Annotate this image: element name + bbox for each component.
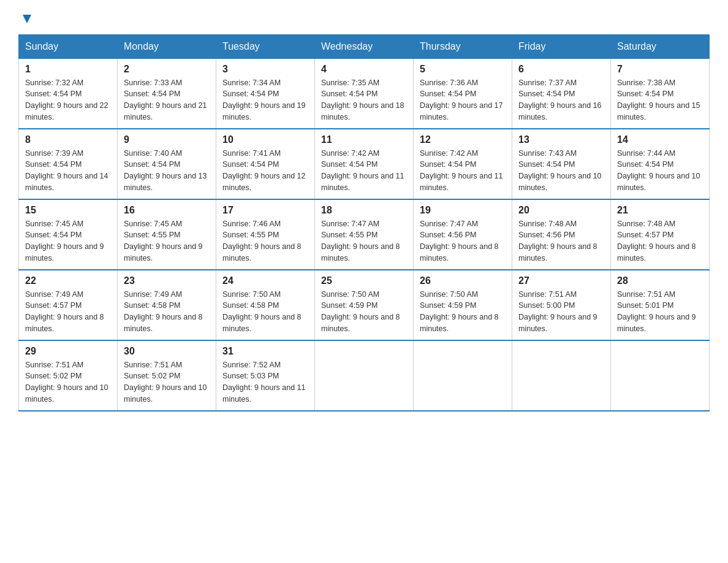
- svg-marker-0: [23, 15, 31, 23]
- day-number: 13: [518, 134, 604, 145]
- day-number: 30: [124, 346, 210, 357]
- day-number: 23: [124, 275, 210, 286]
- calendar-day-cell: 8Sunrise: 7:39 AMSunset: 4:54 PMDaylight…: [19, 129, 118, 199]
- day-number: 12: [420, 134, 506, 145]
- day-number: 2: [124, 64, 210, 75]
- calendar-day-cell: 20Sunrise: 7:48 AMSunset: 4:56 PMDayligh…: [512, 199, 611, 270]
- day-info: Sunrise: 7:47 AMSunset: 4:56 PMDaylight:…: [420, 218, 506, 264]
- day-info: Sunrise: 7:42 AMSunset: 4:54 PMDaylight:…: [321, 148, 407, 194]
- day-info: Sunrise: 7:51 AMSunset: 5:00 PMDaylight:…: [518, 289, 604, 335]
- calendar-week-row: 15Sunrise: 7:45 AMSunset: 4:54 PMDayligh…: [19, 199, 710, 270]
- calendar-day-cell: 17Sunrise: 7:46 AMSunset: 4:55 PMDayligh…: [216, 199, 315, 270]
- day-number: 24: [222, 275, 308, 286]
- day-number: 26: [420, 275, 506, 286]
- weekday-header-tuesday: Tuesday: [216, 34, 315, 58]
- calendar-day-cell: 2Sunrise: 7:33 AMSunset: 4:54 PMDaylight…: [118, 58, 216, 129]
- day-info: Sunrise: 7:44 AMSunset: 4:54 PMDaylight:…: [617, 148, 703, 194]
- day-info: Sunrise: 7:51 AMSunset: 5:02 PMDaylight:…: [25, 359, 111, 405]
- day-number: 19: [420, 205, 506, 216]
- calendar-day-cell: 3Sunrise: 7:34 AMSunset: 4:54 PMDaylight…: [216, 58, 315, 129]
- calendar-day-cell: 18Sunrise: 7:47 AMSunset: 4:55 PMDayligh…: [315, 199, 414, 270]
- calendar-day-cell: 10Sunrise: 7:41 AMSunset: 4:54 PMDayligh…: [216, 129, 315, 199]
- calendar-day-cell: 9Sunrise: 7:40 AMSunset: 4:54 PMDaylight…: [118, 129, 216, 199]
- day-number: 9: [124, 134, 210, 145]
- calendar-day-cell: 4Sunrise: 7:35 AMSunset: 4:54 PMDaylight…: [315, 58, 414, 129]
- day-info: Sunrise: 7:35 AMSunset: 4:54 PMDaylight:…: [321, 77, 407, 123]
- calendar-day-cell: 24Sunrise: 7:50 AMSunset: 4:58 PMDayligh…: [216, 270, 315, 340]
- logo-triangle-icon: [20, 12, 34, 26]
- weekday-header-row: SundayMondayTuesdayWednesdayThursdayFrid…: [19, 34, 710, 58]
- day-number: 17: [222, 205, 308, 216]
- calendar-day-cell: 28Sunrise: 7:51 AMSunset: 5:01 PMDayligh…: [611, 270, 710, 340]
- calendar-day-cell: 12Sunrise: 7:42 AMSunset: 4:54 PMDayligh…: [414, 129, 512, 199]
- day-number: 28: [617, 275, 703, 286]
- weekday-header-sunday: Sunday: [19, 34, 118, 58]
- calendar-day-cell: 30Sunrise: 7:51 AMSunset: 5:02 PMDayligh…: [118, 340, 216, 411]
- day-info: Sunrise: 7:49 AMSunset: 4:57 PMDaylight:…: [25, 289, 111, 335]
- calendar-day-cell: [414, 340, 512, 411]
- calendar-table: SundayMondayTuesdayWednesdayThursdayFrid…: [18, 34, 710, 412]
- day-info: Sunrise: 7:49 AMSunset: 4:58 PMDaylight:…: [124, 289, 210, 335]
- day-info: Sunrise: 7:50 AMSunset: 4:59 PMDaylight:…: [321, 289, 407, 335]
- calendar-day-cell: 16Sunrise: 7:45 AMSunset: 4:55 PMDayligh…: [118, 199, 216, 270]
- day-number: 11: [321, 134, 407, 145]
- calendar-day-cell: 25Sunrise: 7:50 AMSunset: 4:59 PMDayligh…: [315, 270, 414, 340]
- calendar-day-cell: 19Sunrise: 7:47 AMSunset: 4:56 PMDayligh…: [414, 199, 512, 270]
- calendar-day-cell: 15Sunrise: 7:45 AMSunset: 4:54 PMDayligh…: [19, 199, 118, 270]
- day-number: 27: [518, 275, 604, 286]
- day-number: 5: [420, 64, 506, 75]
- day-info: Sunrise: 7:51 AMSunset: 5:02 PMDaylight:…: [124, 359, 210, 405]
- calendar-day-cell: 23Sunrise: 7:49 AMSunset: 4:58 PMDayligh…: [118, 270, 216, 340]
- calendar-day-cell: 26Sunrise: 7:50 AMSunset: 4:59 PMDayligh…: [414, 270, 512, 340]
- page-header: [18, 12, 710, 28]
- day-info: Sunrise: 7:40 AMSunset: 4:54 PMDaylight:…: [124, 148, 210, 194]
- day-info: Sunrise: 7:52 AMSunset: 5:03 PMDaylight:…: [222, 359, 308, 405]
- day-number: 10: [222, 134, 308, 145]
- calendar-week-row: 29Sunrise: 7:51 AMSunset: 5:02 PMDayligh…: [19, 340, 710, 411]
- day-number: 29: [25, 346, 111, 357]
- calendar-day-cell: 1Sunrise: 7:32 AMSunset: 4:54 PMDaylight…: [19, 58, 118, 129]
- day-info: Sunrise: 7:50 AMSunset: 4:58 PMDaylight:…: [222, 289, 308, 335]
- weekday-header-thursday: Thursday: [414, 34, 512, 58]
- day-info: Sunrise: 7:43 AMSunset: 4:54 PMDaylight:…: [518, 148, 604, 194]
- day-number: 3: [222, 64, 308, 75]
- day-info: Sunrise: 7:45 AMSunset: 4:54 PMDaylight:…: [25, 218, 111, 264]
- day-info: Sunrise: 7:36 AMSunset: 4:54 PMDaylight:…: [420, 77, 506, 123]
- weekday-header-saturday: Saturday: [611, 34, 710, 58]
- calendar-day-cell: 11Sunrise: 7:42 AMSunset: 4:54 PMDayligh…: [315, 129, 414, 199]
- day-info: Sunrise: 7:39 AMSunset: 4:54 PMDaylight:…: [25, 148, 111, 194]
- calendar-day-cell: 5Sunrise: 7:36 AMSunset: 4:54 PMDaylight…: [414, 58, 512, 129]
- calendar-week-row: 22Sunrise: 7:49 AMSunset: 4:57 PMDayligh…: [19, 270, 710, 340]
- day-info: Sunrise: 7:45 AMSunset: 4:55 PMDaylight:…: [124, 218, 210, 264]
- day-number: 6: [518, 64, 604, 75]
- day-number: 18: [321, 205, 407, 216]
- day-number: 4: [321, 64, 407, 75]
- calendar-day-cell: [611, 340, 710, 411]
- day-number: 15: [25, 205, 111, 216]
- day-info: Sunrise: 7:51 AMSunset: 5:01 PMDaylight:…: [617, 289, 703, 335]
- day-number: 20: [518, 205, 604, 216]
- day-info: Sunrise: 7:33 AMSunset: 4:54 PMDaylight:…: [124, 77, 210, 123]
- day-info: Sunrise: 7:48 AMSunset: 4:57 PMDaylight:…: [617, 218, 703, 264]
- calendar-week-row: 8Sunrise: 7:39 AMSunset: 4:54 PMDaylight…: [19, 129, 710, 199]
- day-info: Sunrise: 7:46 AMSunset: 4:55 PMDaylight:…: [222, 218, 308, 264]
- calendar-day-cell: [315, 340, 414, 411]
- weekday-header-monday: Monday: [118, 34, 216, 58]
- calendar-day-cell: 22Sunrise: 7:49 AMSunset: 4:57 PMDayligh…: [19, 270, 118, 340]
- calendar-day-cell: 29Sunrise: 7:51 AMSunset: 5:02 PMDayligh…: [19, 340, 118, 411]
- day-info: Sunrise: 7:50 AMSunset: 4:59 PMDaylight:…: [420, 289, 506, 335]
- day-info: Sunrise: 7:47 AMSunset: 4:55 PMDaylight:…: [321, 218, 407, 264]
- calendar-day-cell: 21Sunrise: 7:48 AMSunset: 4:57 PMDayligh…: [611, 199, 710, 270]
- day-info: Sunrise: 7:34 AMSunset: 4:54 PMDaylight:…: [222, 77, 308, 123]
- day-number: 14: [617, 134, 703, 145]
- calendar-day-cell: 27Sunrise: 7:51 AMSunset: 5:00 PMDayligh…: [512, 270, 611, 340]
- day-number: 7: [617, 64, 703, 75]
- day-info: Sunrise: 7:37 AMSunset: 4:54 PMDaylight:…: [518, 77, 604, 123]
- day-number: 16: [124, 205, 210, 216]
- calendar-day-cell: 6Sunrise: 7:37 AMSunset: 4:54 PMDaylight…: [512, 58, 611, 129]
- day-number: 22: [25, 275, 111, 286]
- day-number: 31: [222, 346, 308, 357]
- day-info: Sunrise: 7:48 AMSunset: 4:56 PMDaylight:…: [518, 218, 604, 264]
- weekday-header-wednesday: Wednesday: [315, 34, 414, 58]
- day-number: 1: [25, 64, 111, 75]
